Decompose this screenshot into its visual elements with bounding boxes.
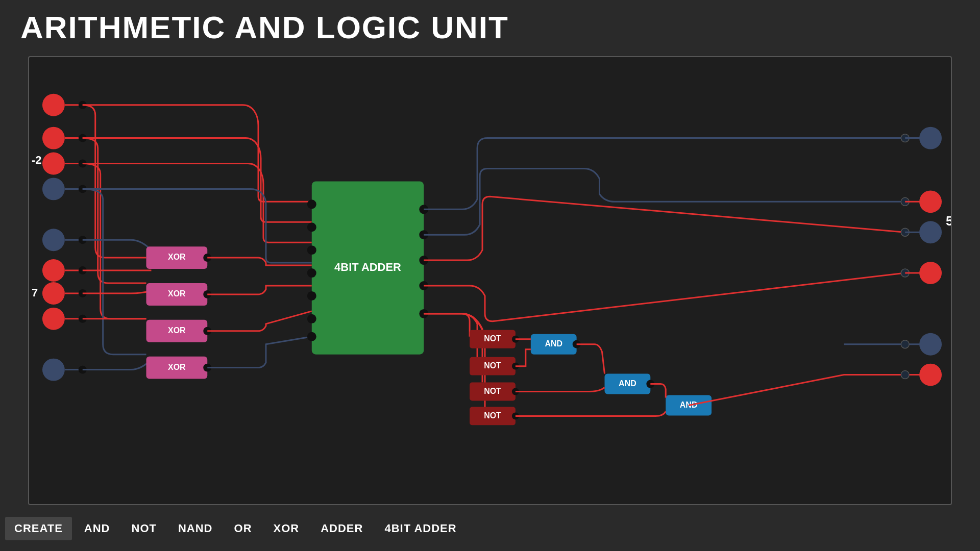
- gate-not-4-label: NOT: [484, 411, 501, 420]
- output-3[interactable]: [919, 221, 942, 243]
- nand-button[interactable]: NAND: [169, 517, 222, 540]
- svg-point-50: [901, 371, 909, 379]
- input-5[interactable]: [42, 229, 65, 251]
- input-3[interactable]: [42, 153, 65, 175]
- gate-xor-3-label: XOR: [168, 326, 186, 335]
- input-7[interactable]: [42, 282, 65, 305]
- gate-xor-2-label: XOR: [168, 289, 186, 298]
- svg-point-24: [307, 245, 316, 255]
- output-value: 5: [946, 214, 951, 228]
- 4bit-adder-button[interactable]: 4BIT ADDER: [375, 517, 465, 540]
- gate-not-3-label: NOT: [484, 387, 501, 395]
- output-2[interactable]: [919, 190, 942, 213]
- svg-point-26: [307, 291, 316, 300]
- input-8[interactable]: [42, 308, 65, 330]
- input-value-bottom: 7: [32, 286, 38, 299]
- input-1[interactable]: [42, 94, 65, 116]
- output-5[interactable]: [919, 333, 942, 356]
- output-6[interactable]: [919, 364, 942, 386]
- svg-point-25: [307, 268, 316, 278]
- input-value-top: -2: [32, 154, 42, 166]
- adder-button[interactable]: ADDER: [311, 517, 372, 540]
- input-2[interactable]: [42, 127, 65, 149]
- toolbar: CREATE AND NOT NAND OR XOR ADDER 4BIT AD…: [0, 506, 980, 551]
- create-button[interactable]: CREATE: [5, 517, 72, 540]
- svg-point-22: [307, 199, 316, 209]
- gate-and-2-label: AND: [619, 379, 636, 388]
- not-button[interactable]: NOT: [122, 517, 166, 540]
- input-6[interactable]: [42, 259, 65, 282]
- gate-not-1-label: NOT: [484, 334, 501, 343]
- output-4[interactable]: [919, 262, 942, 284]
- output-1[interactable]: [919, 127, 942, 149]
- diagram-canvas: -2 7: [28, 56, 952, 505]
- input-9[interactable]: [42, 359, 65, 381]
- gate-4bit-adder-label: 4BIT ADDER: [334, 261, 401, 273]
- svg-point-28: [307, 332, 316, 341]
- page-title: ARITHMETIC AND LOGIC UNIT: [20, 9, 509, 45]
- xor-button[interactable]: XOR: [264, 517, 309, 540]
- or-button[interactable]: OR: [225, 517, 261, 540]
- input-4[interactable]: [42, 178, 65, 200]
- and-button[interactable]: AND: [75, 517, 119, 540]
- gate-not-2-label: NOT: [484, 361, 501, 370]
- gate-xor-1-label: XOR: [168, 253, 186, 261]
- gate-xor-4-label: XOR: [168, 363, 186, 371]
- svg-point-23: [307, 222, 316, 232]
- gate-and-1-label: AND: [545, 339, 562, 348]
- svg-point-27: [307, 314, 316, 323]
- svg-point-49: [901, 340, 909, 348]
